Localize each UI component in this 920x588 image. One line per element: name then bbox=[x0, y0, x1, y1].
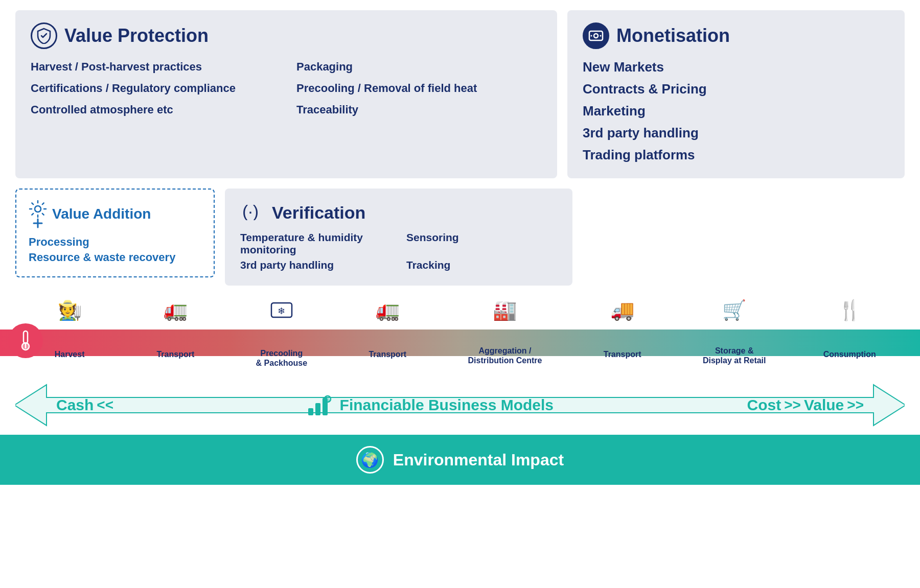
verification-box: (·) Verification Temperature & humidity … bbox=[225, 189, 572, 286]
va-item-1: Processing bbox=[29, 236, 201, 249]
value-protection-content: Harvest / Post-harvest practices Packagi… bbox=[31, 58, 542, 119]
fbm-content: Cash << ⚙ Financiable Business Models Co… bbox=[15, 394, 905, 416]
mon-item-3: Marketing bbox=[583, 102, 889, 120]
fbm-cash-label: Cash bbox=[56, 396, 94, 414]
svg-rect-6 bbox=[24, 331, 28, 343]
value-addition-items: Processing Resource & waste recovery bbox=[29, 236, 201, 264]
vp-item-3: Certifications / Regulatory compliance bbox=[31, 80, 276, 97]
fbm-cost-label: Cost bbox=[747, 396, 781, 414]
truck2-icon: 🚛 bbox=[376, 299, 400, 321]
value-addition-box: Value Addition Processing Resource & was… bbox=[15, 189, 215, 277]
supply-chain-section: 🧑‍🌾 Harvest 🚛 Transport ❄ Precooling& Pa… bbox=[15, 296, 905, 367]
fbm-left: Cash << bbox=[56, 396, 113, 414]
fbm-right: Cost >> Value >> bbox=[747, 396, 864, 414]
fbm-chevrons-right1: >> bbox=[784, 397, 801, 413]
monetisation-title-row: Monetisation bbox=[583, 22, 889, 49]
sc-harvest-label: Harvest bbox=[55, 321, 85, 359]
fbm-chart-icon: ⚙ bbox=[307, 394, 333, 416]
svg-rect-13 bbox=[308, 408, 313, 415]
va-item-2: Resource & waste recovery bbox=[29, 251, 201, 264]
verification-title-row: (·) Verification bbox=[240, 201, 557, 224]
sc-consumption-label: Consumption bbox=[823, 321, 876, 359]
sc-consumption: 🍴 Consumption bbox=[823, 296, 876, 359]
consumption-icon: 🍴 bbox=[838, 299, 862, 321]
monetisation-icon bbox=[583, 22, 609, 49]
wifi-icon: (·) bbox=[240, 201, 265, 224]
sc-transport1: 🚛 Transport bbox=[152, 296, 198, 359]
fbm-section: Cash << ⚙ Financiable Business Models Co… bbox=[15, 375, 905, 435]
mon-item-5: Trading platforms bbox=[583, 146, 889, 164]
fbm-value-label: Value bbox=[804, 396, 844, 414]
sc-transport3-label: Transport bbox=[604, 321, 641, 359]
svg-point-2 bbox=[591, 35, 592, 37]
sc-precooling-label: Precooling& Packhouse bbox=[256, 324, 307, 367]
main-container: Value Protection Harvest / Post-harvest … bbox=[0, 0, 920, 485]
sc-harvest: 🧑‍🌾 Harvest bbox=[44, 296, 95, 359]
svg-point-4 bbox=[35, 206, 41, 212]
svg-text:(·): (·) bbox=[242, 201, 259, 220]
vp-item-5: Controlled atmosphere etc bbox=[31, 101, 276, 119]
svg-text:⚙: ⚙ bbox=[327, 398, 330, 402]
monetisation-box: Monetisation New Markets Contracts & Pri… bbox=[567, 10, 905, 178]
ver-item-4: Tracking bbox=[406, 259, 557, 271]
svg-point-3 bbox=[600, 35, 602, 37]
monetisation-heading: Monetisation bbox=[616, 25, 730, 46]
fbm-center: ⚙ Financiable Business Models bbox=[307, 394, 554, 416]
shield-icon bbox=[31, 22, 57, 49]
svg-rect-14 bbox=[315, 403, 320, 415]
value-protection-box: Value Protection Harvest / Post-harvest … bbox=[15, 10, 557, 178]
harvest-icon: 🧑‍🌾 bbox=[58, 299, 82, 321]
ver-item-3: 3rd party handling bbox=[240, 259, 391, 271]
middle-row: Value Addition Processing Resource & was… bbox=[15, 189, 905, 286]
sc-precooling: ❄ Precooling& Packhouse bbox=[256, 296, 307, 367]
fbm-chevrons-right2: >> bbox=[847, 397, 864, 413]
mon-item-2: Contracts & Pricing bbox=[583, 80, 889, 98]
value-addition-heading: Value Addition bbox=[52, 206, 151, 222]
sc-agg-label: Aggregation /Distribution Centre bbox=[468, 321, 542, 365]
fbm-title-label: Financiable Business Models bbox=[340, 396, 554, 414]
verification-content: Temperature & humidity monitoring Sensor… bbox=[240, 231, 557, 271]
environmental-section: 🌍 Environmental Impact bbox=[0, 435, 920, 485]
monetisation-items: New Markets Contracts & Pricing Marketin… bbox=[583, 58, 889, 164]
vp-item-4: Precooling / Removal of field heat bbox=[296, 80, 542, 97]
verification-heading: Verification bbox=[272, 203, 365, 223]
svg-text:❄: ❄ bbox=[278, 306, 285, 316]
mon-item-4: 3rd party handling bbox=[583, 124, 889, 142]
ver-item-1: Temperature & humidity monitoring bbox=[240, 231, 391, 256]
sc-transport3: 🚚 Transport bbox=[600, 296, 646, 359]
thermometer-icon bbox=[8, 323, 43, 358]
truck3-icon: 🚚 bbox=[610, 299, 634, 321]
ver-item-2: Sensoring bbox=[406, 231, 557, 256]
vp-item-1: Harvest / Post-harvest practices bbox=[31, 58, 276, 76]
sc-transport1-label: Transport bbox=[156, 321, 194, 359]
svg-point-1 bbox=[594, 34, 598, 38]
plus-icon bbox=[33, 218, 43, 228]
fbm-chevrons-left: << bbox=[97, 397, 113, 413]
vp-item-2: Packaging bbox=[296, 58, 542, 76]
precooling-icon: ❄ bbox=[270, 299, 293, 324]
storage-icon: 🛒 bbox=[722, 299, 746, 321]
sc-storage-label: Storage &Display at Retail bbox=[703, 321, 766, 365]
globe-icon: 🌍 bbox=[356, 446, 384, 474]
environmental-title: Environmental Impact bbox=[393, 451, 564, 469]
vp-item-6: Traceability bbox=[296, 101, 542, 119]
truck1-icon: 🚛 bbox=[164, 299, 188, 321]
sc-transport2-label: Transport bbox=[369, 321, 406, 359]
sc-storage: 🛒 Storage &Display at Retail bbox=[703, 296, 766, 365]
sc-agg: 🏭 Aggregation /Distribution Centre bbox=[468, 296, 542, 365]
gear-icon bbox=[29, 200, 47, 218]
mon-item-1: New Markets bbox=[583, 58, 889, 76]
value-addition-title-row: Value Addition bbox=[29, 200, 201, 228]
warehouse-icon: 🏭 bbox=[493, 299, 517, 321]
value-protection-heading: Value Protection bbox=[64, 25, 209, 46]
sc-transport2: 🚛 Transport bbox=[364, 296, 410, 359]
top-row: Value Protection Harvest / Post-harvest … bbox=[15, 10, 905, 178]
value-protection-title-row: Value Protection bbox=[31, 22, 542, 49]
